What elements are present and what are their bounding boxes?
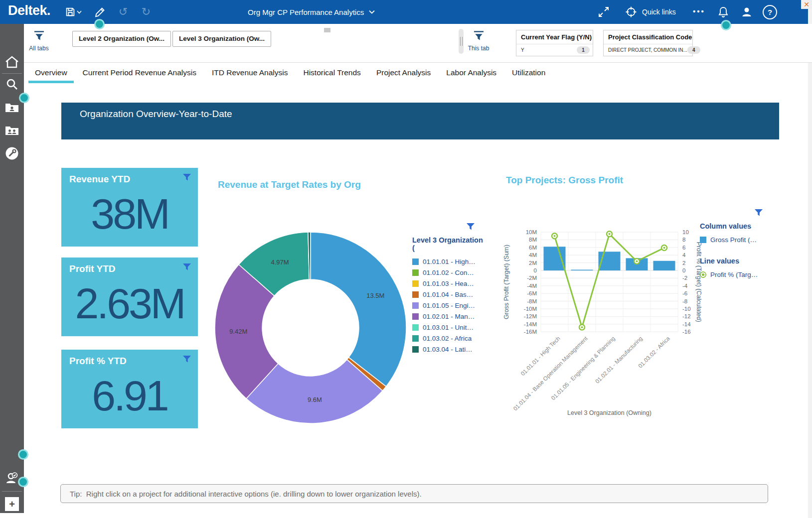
team-folder-icon[interactable] xyxy=(4,123,20,138)
kpi-card-profit-pct-ytd: Profit % YTD 6.91 xyxy=(61,350,198,428)
legend-swatch-icon xyxy=(412,259,419,265)
combo-chart: 10M108M86M64M42M200-2M-2-4M-4-6M-6-8M-8-… xyxy=(498,214,713,428)
filter-card-current-year-flag[interactable]: Current Year Flag (Y/N) Y 1 xyxy=(516,30,593,56)
tab-utilization[interactable]: Utilization xyxy=(512,68,545,77)
notifications-bell-icon[interactable] xyxy=(717,5,730,18)
bar-4[interactable] xyxy=(653,261,675,270)
edit-indicator-badge xyxy=(94,19,105,29)
approvals-person-check-icon[interactable] xyxy=(4,470,20,486)
quick-links-label: Quick links xyxy=(642,8,676,16)
legend-swatch-icon xyxy=(412,313,419,320)
y-axis-left-tick: -12M xyxy=(524,313,537,319)
y-axis-left-tick: -8M xyxy=(527,298,537,304)
save-icon[interactable] xyxy=(64,5,77,18)
kpi-filter-funnel-icon[interactable] xyxy=(183,174,191,181)
kpi-filter-funnel-icon[interactable] xyxy=(183,263,191,270)
donut-legend-item-1[interactable]: 01.01.02 - Con… xyxy=(412,267,487,278)
combo-legend: Column values Gross Profit (… Line value… xyxy=(700,222,785,280)
y-axis-left-tick: 4M xyxy=(529,252,537,258)
filter-card-value: DIRECT PROJECT, COMMON IN... xyxy=(608,47,687,53)
tab-itd-revenue-analysis[interactable]: ITD Revenue Analysis xyxy=(212,68,288,77)
donut-legend-item-7[interactable]: 01.03.02 - Africa xyxy=(412,333,487,344)
report-title-dropdown[interactable]: Org Mgr CP Performance Analytics xyxy=(248,0,375,24)
profit-line xyxy=(555,234,664,327)
y-axis-left-tick: 10M xyxy=(526,229,537,235)
filter-panel-divider[interactable] xyxy=(459,29,464,54)
y-axis-right-tick: -4 xyxy=(682,283,688,289)
quick-links-button[interactable]: Quick links xyxy=(625,0,676,24)
scrollbar-track[interactable] xyxy=(808,9,812,518)
close-icon[interactable]: ✕ xyxy=(804,1,810,8)
edit-pencil-icon[interactable] xyxy=(94,5,107,18)
save-dropdown-chevron-icon[interactable] xyxy=(76,5,83,18)
bar-1[interactable] xyxy=(571,270,593,271)
filter-bar: All tabs Level 2 Organization (Ow... Lev… xyxy=(24,24,812,63)
deltek-logo: Deltek. xyxy=(8,3,50,18)
donut-legend: Level 3 Organization ( 01.01.01 - High…0… xyxy=(412,236,487,355)
bar-0[interactable] xyxy=(544,247,566,270)
undo-icon[interactable]: ↺ xyxy=(117,5,130,18)
project-folder-icon[interactable] xyxy=(4,100,20,116)
tab-historical-trends[interactable]: Historical Trends xyxy=(303,68,360,77)
filter-card-title: Current Year Flag (Y/N) xyxy=(516,30,593,44)
filter-card-value: Y xyxy=(521,47,524,53)
kpi-filter-funnel-icon[interactable] xyxy=(183,356,191,363)
tools-icon[interactable] xyxy=(4,145,20,161)
filter-count-badge: 1 xyxy=(577,46,590,54)
tab-project-analysis[interactable]: Project Analysis xyxy=(376,68,431,77)
filter-scroll-thumb[interactable] xyxy=(324,28,330,32)
filter-card-project-classification[interactable]: Project Classification Code DIRECT PROJE… xyxy=(603,30,693,56)
donut-chart-title: Revenue at Target Rates by Org xyxy=(218,179,361,190)
y-axis-right-tick: -6 xyxy=(682,290,687,296)
tab-labor-analysis[interactable]: Labor Analysis xyxy=(446,68,496,77)
y-axis-left-tick: -6M xyxy=(527,290,537,296)
filter-funnel-icon xyxy=(473,31,485,41)
combo-filter-funnel-icon[interactable] xyxy=(755,209,763,216)
legend-label: 01.01.02 - Con… xyxy=(423,269,474,276)
donut-legend-item-8[interactable]: 01.03.04 - Lati… xyxy=(412,344,487,355)
add-new-button[interactable]: + xyxy=(5,497,19,511)
combo-legend-bar-label: Gross Profit (… xyxy=(710,236,757,244)
window-close-notch: ✕ xyxy=(801,0,812,9)
donut-slice-0[interactable] xyxy=(311,232,406,387)
legend-swatch-icon xyxy=(412,291,419,298)
donut-filter-funnel-icon[interactable] xyxy=(467,223,475,230)
combo-chart-title: Top Projects: Gross Profit xyxy=(506,175,623,186)
donut-legend-item-4[interactable]: 01.01.05 - Engi… xyxy=(412,300,487,311)
y-axis-left-tick: 8M xyxy=(529,237,537,243)
expand-fullscreen-icon[interactable] xyxy=(597,5,610,18)
combo-legend-line-title: Line values xyxy=(700,257,785,265)
this-tab-filter[interactable]: This tab xyxy=(466,31,491,52)
help-icon[interactable]: ? xyxy=(763,5,777,19)
donut-legend-item-0[interactable]: 01.01.01 - High… xyxy=(412,256,487,267)
filter-chip-level3-org[interactable]: Level 3 Organization (Ow... xyxy=(172,31,271,47)
line-marker-dot xyxy=(609,233,611,235)
donut-legend-item-3[interactable]: 01.01.04 - Bas… xyxy=(412,289,487,300)
combo-legend-line-item[interactable]: Profit % (Targ… xyxy=(700,269,785,280)
donut-legend-item-2[interactable]: 01.01.03 - Hea… xyxy=(412,278,487,289)
y-axis-left-title: Gross Profit (Target) (Sum) xyxy=(503,245,510,319)
y-axis-right-tick: -14 xyxy=(682,321,691,327)
kpi-value: 6.91 xyxy=(61,363,198,428)
y-axis-right-tick: -12 xyxy=(682,313,691,319)
line-marker-swatch-icon xyxy=(700,271,706,278)
tab-current-period-revenue-analysis[interactable]: Current Period Revenue Analysis xyxy=(83,68,196,77)
tip-banner: Tip: Right click on a project for additi… xyxy=(60,484,768,503)
y-axis-right-tick: 10 xyxy=(682,229,689,235)
edit-indicator-badge xyxy=(18,477,28,487)
tab-overview[interactable]: Overview xyxy=(35,68,67,77)
home-icon[interactable] xyxy=(4,54,20,70)
search-icon[interactable] xyxy=(4,77,20,93)
y-axis-right-tick: 4 xyxy=(682,252,686,258)
combo-legend-bar-item[interactable]: Gross Profit (… xyxy=(700,234,785,245)
donut-legend-item-6[interactable]: 01.03.01 - Unit… xyxy=(412,322,487,333)
redo-icon[interactable]: ↻ xyxy=(140,5,153,18)
account-person-icon[interactable] xyxy=(740,5,753,18)
all-tabs-filter[interactable]: All tabs xyxy=(26,31,52,52)
more-options-icon[interactable]: ••• xyxy=(693,7,705,15)
legend-swatch-icon xyxy=(412,346,419,353)
y-axis-left-tick: -2M xyxy=(527,275,537,281)
legend-label: 01.01.03 - Hea… xyxy=(423,280,474,287)
donut-legend-item-5[interactable]: 01.02.01 - Man… xyxy=(412,311,487,322)
filter-chip-level2-org[interactable]: Level 2 Organization (Ow... xyxy=(72,31,171,47)
